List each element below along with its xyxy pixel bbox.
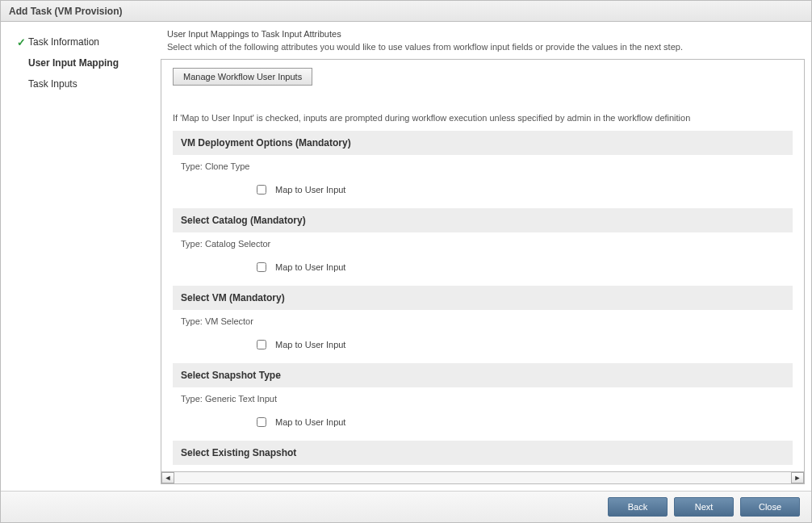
mapping-note: If 'Map to User Input' is checked, input… xyxy=(173,113,793,123)
section-header: Select Catalog (Mandatory) xyxy=(173,208,793,232)
scroll-content[interactable]: Manage Workflow User Inputs If 'Map to U… xyxy=(161,60,804,471)
dialog-window: Add Task (VM Provision) ✓ Task Informati… xyxy=(0,0,812,523)
intro-description: Select which of the following attributes… xyxy=(167,41,798,54)
scroll-left-icon[interactable]: ◄ xyxy=(161,472,174,483)
map-to-user-input-checkbox[interactable] xyxy=(257,262,266,272)
horizontal-scrollbar[interactable]: ◄ ► xyxy=(161,471,804,483)
step-task-information[interactable]: ✓ Task Information xyxy=(14,31,161,52)
intro-heading: User Input Mappings to Task Input Attrib… xyxy=(167,28,798,41)
close-button[interactable]: Close xyxy=(740,497,800,517)
main-panel: User Input Mappings to Task Input Attrib… xyxy=(161,28,805,484)
step-label: Task Inputs xyxy=(28,78,77,90)
section-type: Type: Snapshot Selector xyxy=(173,465,793,471)
intro-text: User Input Mappings to Task Input Attrib… xyxy=(161,28,805,59)
section-header: Select VM (Mandatory) xyxy=(173,286,793,310)
map-to-user-input-checkbox[interactable] xyxy=(257,185,266,195)
map-to-user-input-label: Map to User Input xyxy=(275,417,345,427)
step-user-input-mapping[interactable]: User Input Mapping xyxy=(14,52,161,73)
scroll-track[interactable] xyxy=(174,472,791,483)
dialog-title: Add Task (VM Provision) xyxy=(1,1,811,22)
next-button[interactable]: Next xyxy=(674,497,734,517)
map-to-user-input-checkbox[interactable] xyxy=(257,417,266,427)
section-header: Select Snapshot Type xyxy=(173,363,793,387)
section-header: VM Deployment Options (Mandatory) xyxy=(173,131,793,155)
map-row: Map to User Input xyxy=(173,176,793,208)
step-label: User Input Mapping xyxy=(28,57,119,69)
section-type: Type: Clone Type xyxy=(173,155,793,176)
section-type: Type: VM Selector xyxy=(173,310,793,331)
step-label: Task Information xyxy=(28,36,99,48)
map-to-user-input-label: Map to User Input xyxy=(275,262,345,272)
section-type: Type: Generic Text Input xyxy=(173,387,793,408)
check-icon: ✓ xyxy=(14,36,28,48)
map-to-user-input-label: Map to User Input xyxy=(275,340,345,349)
map-row: Map to User Input xyxy=(173,331,793,363)
map-row: Map to User Input xyxy=(173,253,793,286)
scroll-right-icon[interactable]: ► xyxy=(791,472,804,483)
back-button[interactable]: Back xyxy=(608,497,668,517)
dialog-body: ✓ Task Information User Input Mapping Ta… xyxy=(1,22,811,491)
map-to-user-input-label: Map to User Input xyxy=(275,185,345,195)
map-row: Map to User Input xyxy=(173,408,793,441)
section-type: Type: Catalog Selector xyxy=(173,232,793,253)
map-to-user-input-checkbox[interactable] xyxy=(257,340,266,349)
dialog-footer: Back Next Close xyxy=(1,491,811,522)
section-header: Select Existing Snapshot xyxy=(173,441,793,465)
scroll-container: Manage Workflow User Inputs If 'Map to U… xyxy=(161,59,805,484)
wizard-sidebar: ✓ Task Information User Input Mapping Ta… xyxy=(7,28,161,484)
step-task-inputs[interactable]: Task Inputs xyxy=(14,73,161,94)
manage-workflow-user-inputs-button[interactable]: Manage Workflow User Inputs xyxy=(173,68,312,86)
